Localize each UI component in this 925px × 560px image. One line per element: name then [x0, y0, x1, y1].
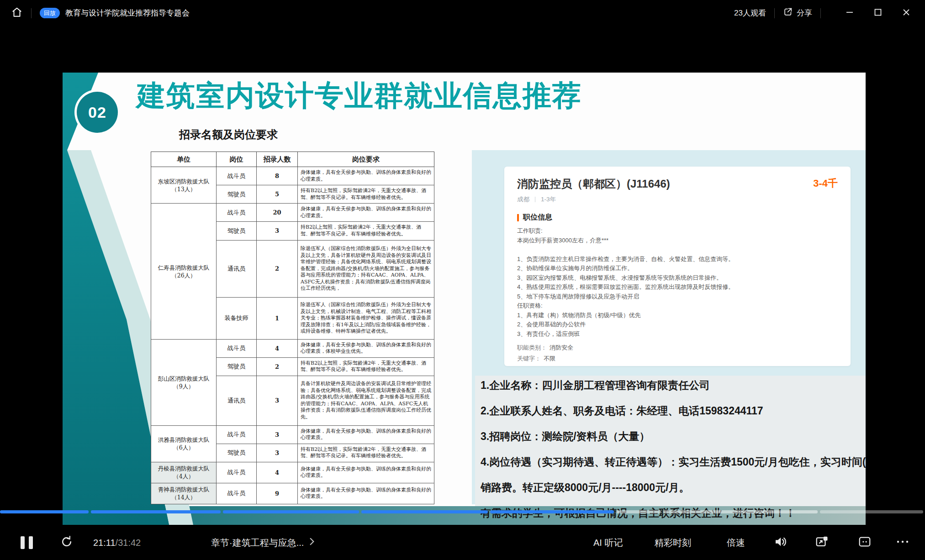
playback-speed-button[interactable]: 倍速	[727, 536, 745, 549]
chapter-segment[interactable]	[820, 510, 924, 513]
slide-number-badge: 02	[77, 92, 118, 133]
unit-cell: 彭山区消防救援大队（9人）	[151, 339, 217, 425]
more-icon	[895, 535, 910, 550]
chapter-segment[interactable]	[361, 510, 488, 513]
pip-button[interactable]	[815, 535, 829, 550]
requirement-cell: 身体健康，具有全天侯参与执勤、训练的身体素质和良好的心理素质。	[298, 167, 434, 185]
share-label: 分享	[797, 8, 812, 18]
count-cell: 2	[257, 357, 298, 376]
share-button[interactable]: 分享	[783, 7, 812, 19]
post-cell: 战斗员	[217, 425, 257, 444]
company-notes: 1.企业名称：四川金朋工程管理咨询有限责任公司 2.企业联系人姓名、职务及电话：…	[481, 378, 866, 525]
job-category-row: 职能类别：消防安全	[517, 342, 838, 353]
requirement-cell: 身体健康，具有全天候参与执勤、训练的身体素质和良好的心理素质。	[298, 425, 434, 444]
count-cell: 2	[257, 240, 298, 298]
note-line: 3.招聘岗位：测绘院/资料员（大量）	[481, 429, 866, 444]
chapter-segment[interactable]	[223, 510, 359, 513]
window-title-bar: 回放 教育与设计学院就业推荐指导专题会 23人观看 分享	[0, 0, 925, 26]
count-cell: 3	[257, 425, 298, 444]
chapter-button[interactable]: 章节·建筑工程与应急...	[211, 536, 316, 549]
post-cell: 驾驶员	[217, 357, 257, 376]
requirement-cell: 身体健康，具有全天侯参与执勤、训练的身体素质和良好的心理素质。	[298, 483, 434, 504]
video-slide: 02 建筑室内设计专业群就业信息推荐 招录名额及岗位要求 单位 岗位 招录人数 …	[63, 73, 866, 525]
pause-icon	[21, 536, 33, 549]
pause-button[interactable]	[21, 536, 33, 549]
close-icon	[902, 8, 910, 18]
table-row: 丹棱县消防救援大队（4人） 战斗员 4 身体健康，具有全天侯参与执勤、训练的身体…	[151, 462, 434, 483]
table-row: 彭山区消防救援大队（9人） 战斗员 4 身体健康，具有全天侯参与执勤、训练的身体…	[151, 339, 434, 357]
refresh-icon	[60, 535, 74, 550]
chapter-segment[interactable]	[0, 510, 89, 513]
requirement-cell: 除退伍军人（国家综合性消防救援队伍）外须为全日制大专及以上文凭，机械设计制造、电…	[298, 298, 434, 339]
count-cell: 5	[257, 185, 298, 204]
seek-bar[interactable]	[0, 510, 925, 513]
job-title: 消防监控员（郫都区）(J11646)	[517, 177, 808, 191]
recruit-table: 单位 岗位 招录人数 岗位要求 东坡区消防救援大队（13人） 战斗员 8 身体健…	[151, 152, 434, 504]
chapter-segment[interactable]	[91, 510, 221, 513]
requirement-cell: 持有B2以上驾照，实际驾龄满2年，无重大交通事故、酒驾、醉驾等不良记录。有车辆维…	[298, 444, 434, 462]
post-cell: 驾驶员	[217, 222, 257, 240]
job-posting-card: 消防监控员（郫都区）(J11646) 3-4千 成都 1-3年 职位信息 工作职…	[504, 167, 851, 366]
maximize-button[interactable]	[870, 5, 886, 21]
count-cell: 3	[257, 376, 298, 425]
table-row: 洪雅县消防救援大队（6人） 战斗员 3 身体健康，具有全天候参与执勤、训练的身体…	[151, 425, 434, 444]
chapter-segment[interactable]	[663, 510, 818, 513]
unit-cell: 洪雅县消防救援大队（6人）	[151, 425, 217, 462]
divider	[535, 197, 535, 202]
replay-button[interactable]	[60, 535, 74, 550]
minimize-icon	[846, 8, 854, 18]
job-description: 工作职责: 本岗位到手薪资3000左右，介意*** 1、负责消防监控主机日常操作…	[517, 226, 838, 339]
job-city: 成都	[517, 195, 529, 204]
more-options-button[interactable]	[895, 535, 910, 550]
table-row: 东坡区消防救援大队（13人） 战斗员 8 身体健康，具有全天侯参与执勤、训练的身…	[151, 167, 434, 185]
ai-notes-button[interactable]: AI 听记	[593, 536, 623, 549]
requirement-cell: 身体健康，具有全天侯参与执勤、训练的身体素质和良好的心理素质，体校毕业生优先。	[298, 339, 434, 357]
table-header-row: 单位 岗位 招录人数 岗位要求	[151, 152, 434, 167]
chapter-segment[interactable]	[616, 510, 661, 513]
note-line: 4.岗位待遇（实习期待遇、转正待遇等）：实习生活费1500元/月包吃住，实习时间…	[481, 455, 866, 469]
divider	[31, 8, 32, 18]
note-line: 销路费。转正定级8000元/月----18000元/月。	[481, 481, 866, 495]
divider	[774, 8, 775, 18]
home-icon	[11, 6, 23, 20]
section-bar	[517, 214, 519, 221]
count-cell: 3	[257, 222, 298, 240]
count-cell: 4	[257, 462, 298, 483]
requirement-cell: 持有B2以上驾照，实际驾龄满2年，无重大交通事故、酒驾、醉驾等不良记录。有车辆维…	[298, 185, 434, 204]
note-line: 1.企业名称：四川金朋工程管理咨询有限责任公司	[481, 378, 866, 393]
close-button[interactable]	[899, 5, 914, 21]
post-cell: 战斗员	[217, 462, 257, 483]
picture-in-picture-icon	[815, 535, 829, 550]
unit-cell: 东坡区消防救援大队（13人）	[151, 167, 217, 204]
post-cell: 战斗员	[217, 167, 257, 185]
job-experience: 1-3年	[541, 195, 556, 204]
minimize-button[interactable]	[842, 5, 857, 21]
post-cell: 装备技师	[217, 298, 257, 339]
count-cell: 20	[257, 204, 298, 222]
col-header-req: 岗位要求	[298, 152, 434, 167]
home-button[interactable]	[11, 6, 23, 20]
highlights-button[interactable]: 精彩时刻	[655, 536, 691, 549]
post-cell: 战斗员	[217, 339, 257, 357]
section-title-info: 职位信息	[523, 213, 552, 222]
volume-button[interactable]	[773, 535, 787, 550]
player-control-bar: 21:11 / 31:42 章节·建筑工程与应急... AI 听记 精彩时刻 倍…	[0, 525, 925, 560]
table-row: 仁寿县消防救援大队（26人） 战斗员 20 身体健康，具有全天侯参与执勤、训练的…	[151, 204, 434, 222]
count-cell: 9	[257, 483, 298, 504]
share-icon	[783, 7, 797, 19]
chapter-segment[interactable]	[490, 510, 614, 513]
unit-cell: 青神县消防救援大队（14人）	[151, 483, 217, 504]
post-cell: 驾驶员	[217, 185, 257, 204]
unit-cell: 仁寿县消防救援大队（26人）	[151, 204, 217, 339]
requirement-cell: 除退伍军人（国家综合性消防救援队伍）外须为全日制大专及以上文凭，具备计算机软硬件…	[298, 240, 434, 298]
table-row: 青神县消防救援大队（14人） 战斗员 9 身体健康，具有全天侯参与执勤、训练的身…	[151, 483, 434, 504]
post-cell: 驾驶员	[217, 444, 257, 462]
col-header-count: 招录人数	[257, 152, 298, 167]
requirement-cell: 持B2以上驾照，实际驾龄满2年，无重大交通事故、酒驾、醉驾等不良记录。有车辆维修…	[298, 222, 434, 240]
post-cell: 战斗员	[217, 483, 257, 504]
note-line: 2.企业联系人姓名、职务及电话：朱经理、电话15983244117	[481, 404, 866, 418]
count-cell: 3	[257, 444, 298, 462]
count-cell: 4	[257, 339, 298, 357]
widescreen-button[interactable]	[858, 535, 872, 550]
count-cell: 8	[257, 167, 298, 185]
